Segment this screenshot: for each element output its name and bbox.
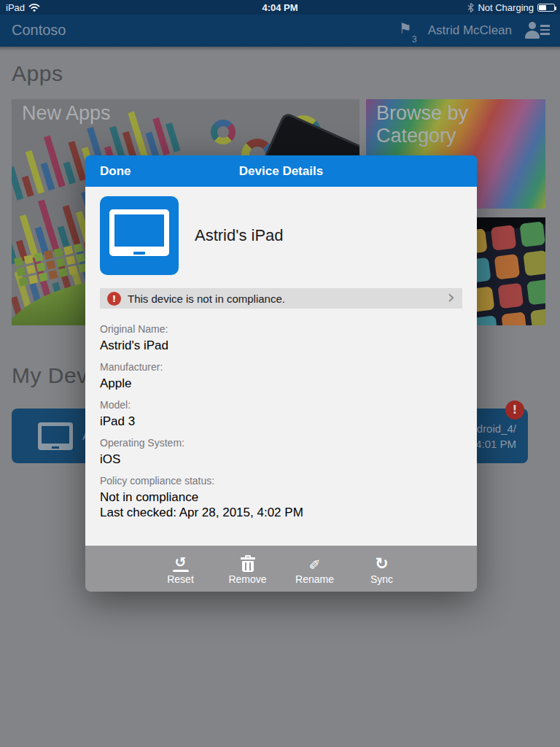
app-title: Contoso [12,22,66,39]
device-summary: Astrid's iPad [100,196,462,275]
device-details-modal: Done Device Details Astrid's iPad ! This… [85,155,477,592]
done-button[interactable]: Done [100,164,131,179]
monitor-glyph [109,209,169,256]
battery-icon [537,4,555,12]
device-name: Astrid's iPad [195,226,284,245]
field-model: Model: iPad 3 [100,399,462,429]
notification-count: 3 [412,34,417,44]
modal-body: Astrid's iPad ! This device is not in co… [85,187,477,546]
alert-icon: ! [107,292,121,306]
compliance-alert-row[interactable]: ! This device is not in compliance. › [100,288,462,309]
notifications-flag-button[interactable]: ⚑ 3 [399,19,416,42]
browse-tile-label: Browse by Category [376,102,545,147]
apps-heading: Apps [12,61,63,86]
field-original-name: Original Name: Astrid's iPad [100,323,462,353]
modal-toolbar: ↺ Reset Remove ✎ Rename ↻ Sync [85,546,477,592]
field-manufacturer: Manufacturer: Apple [100,361,462,391]
status-right: Not Charging [467,0,555,15]
pencil-icon: ✎ [309,552,321,572]
reset-button[interactable]: ↺ Reset [160,552,202,585]
status-bar: iPad 4:04 PM Not Charging [0,0,560,15]
trash-icon [240,552,256,572]
modal-title: Device Details [85,164,477,179]
chevron-right-icon: › [448,290,455,307]
nav-shadow [0,47,560,51]
sync-icon: ↻ [375,552,388,572]
rename-button[interactable]: ✎ Rename [294,552,336,585]
chart-photo-donut [211,120,236,144]
noncompliance-badge-icon: ! [505,400,524,419]
last-checked: Last checked: Apr 28, 2015, 4:02 PM [100,505,462,520]
bluetooth-icon [467,3,474,12]
alert-text: This device is not in compliance. [128,293,285,305]
ipad-device-icon [100,196,179,275]
remove-button[interactable]: Remove [227,552,269,585]
device-fields: Original Name: Astrid's iPad Manufacture… [100,323,462,520]
nav-bar: Contoso ⚑ 3 Astrid McClean [0,15,560,47]
modal-header: Done Device Details [85,155,477,187]
hamburger-icon [540,25,550,35]
flag-icon: ⚑ [399,20,412,37]
field-compliance-status: Policy compliance status: Not in complia… [100,475,462,520]
user-menu-button[interactable] [524,21,550,40]
battery-status-label: Not Charging [478,2,534,13]
sync-button[interactable]: ↻ Sync [361,552,403,585]
reset-icon: ↺ [173,552,189,572]
new-apps-tile-label: New Apps [22,102,111,125]
person-icon [529,22,536,29]
field-operating-system: Operating System: iOS [100,437,462,467]
nav-right-group: ⚑ 3 Astrid McClean [399,15,550,47]
user-name-label: Astrid McClean [428,23,512,38]
device-icon [38,422,73,450]
